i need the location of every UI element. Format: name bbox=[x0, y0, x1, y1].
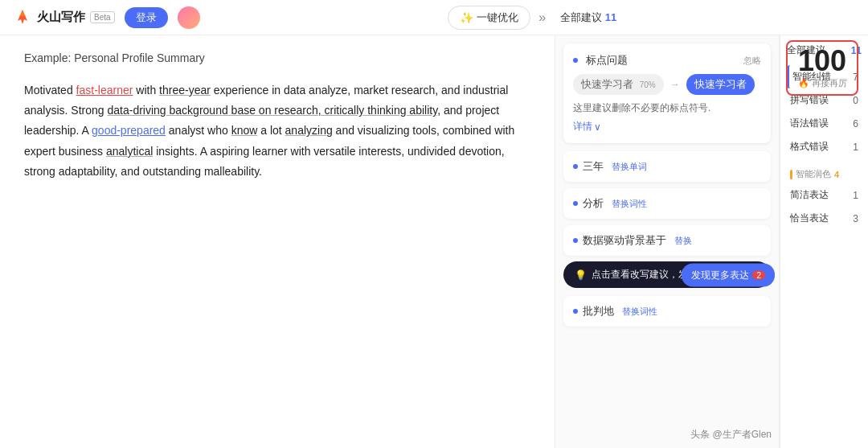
sidebar-item-count: 0 bbox=[853, 95, 858, 106]
login-button[interactable]: 登录 bbox=[125, 7, 168, 28]
sidebar-item-appropriate[interactable]: 恰当表达 3 bbox=[787, 207, 862, 230]
sidebar-item-concise[interactable]: 简洁表达 1 bbox=[787, 183, 862, 207]
main-layout: Example: Personal Profile Summary Motiva… bbox=[0, 35, 868, 448]
sidebar-item-count: 3 bbox=[853, 213, 858, 224]
highlight-fast-learner: fast-learner bbox=[76, 84, 133, 97]
small-card-tag[interactable]: 替换单词 bbox=[612, 161, 647, 173]
discover-btn[interactable]: 发现更多表达 2 bbox=[682, 263, 775, 286]
doc-title: Example: Personal Profile Summary bbox=[24, 51, 530, 64]
underline-know: know bbox=[231, 124, 258, 137]
card-title-text: 标点问题 bbox=[586, 53, 628, 68]
sidebar-item-count: 1 bbox=[853, 142, 858, 153]
section-label: 智能润色 bbox=[796, 168, 831, 180]
right-sidebar: 全部建议 11 智能纠错 7 拼写错误 0 语法错误 6 格式错误 1 智能润色… bbox=[780, 35, 868, 448]
discover-badge: 2 bbox=[752, 270, 765, 279]
logo-area: 火山写作 Beta bbox=[13, 8, 115, 27]
sidebar-item-label: 语法错误 bbox=[790, 117, 829, 130]
optimize-icon: ✨ bbox=[460, 11, 473, 24]
small-card-label4: 批判地 bbox=[583, 304, 614, 319]
sidebar-item-count: 6 bbox=[853, 118, 858, 129]
small-card-tag2[interactable]: 替换词性 bbox=[612, 198, 647, 210]
section-count: 4 bbox=[834, 170, 839, 179]
sidebar-item-label: 恰当表达 bbox=[790, 212, 829, 225]
suggestion-card-analysis[interactable]: 分析 替换词性 bbox=[563, 188, 771, 219]
suggestion-card-punctuation: 标点问题 忽略 快速学习者 70% → 快速学习者 这里建议删除不必要的标点符号… bbox=[563, 43, 771, 143]
suggestion-card-data-driving[interactable]: 数据驱动背景基于 替换 💡 点击查看改写建议，发现更多表达 发现更多表达 2 bbox=[563, 225, 771, 256]
sidebar-item-grammar[interactable]: 语法错误 6 bbox=[787, 112, 862, 135]
word-new: 快速学习者 bbox=[686, 74, 755, 95]
tooltip-bar: 💡 点击查看改写建议，发现更多表达 发现更多表达 2 bbox=[563, 261, 771, 288]
small-card-label3: 数据驱动背景基于 bbox=[583, 233, 666, 248]
sidebar-section-polish: 智能润色 4 简洁表达 1 恰当表达 3 bbox=[787, 165, 862, 230]
middle-panel: 标点问题 忽略 快速学习者 70% → 快速学习者 这里建议删除不必要的标点符号… bbox=[555, 35, 780, 448]
sidebar-item-format[interactable]: 格式错误 1 bbox=[787, 135, 862, 158]
card-detail-btn[interactable]: 详情 ∨ bbox=[573, 120, 761, 134]
card-header: 标点问题 忽略 bbox=[573, 53, 761, 68]
card-dot bbox=[573, 58, 578, 63]
word-arrow: → bbox=[670, 79, 680, 90]
score-sub-text: 再接再厉 bbox=[812, 77, 847, 89]
tooltip-icon: 💡 bbox=[575, 269, 587, 281]
underline-analytical: analytical bbox=[106, 145, 153, 158]
optimize-button[interactable]: ✨ 一键优化 bbox=[448, 6, 530, 30]
suggestion-card-three-year[interactable]: 三年 替换单词 bbox=[563, 151, 771, 182]
optimize-label: 一键优化 bbox=[477, 10, 518, 25]
small-card-dot bbox=[573, 164, 578, 169]
editor-area: Example: Personal Profile Summary Motiva… bbox=[0, 35, 555, 448]
sidebar-item-label: 简洁表达 bbox=[790, 188, 829, 202]
small-card-label2: 分析 bbox=[583, 196, 604, 211]
small-card-dot3 bbox=[573, 238, 578, 243]
word-comparison: 快速学习者 70% → 快速学习者 bbox=[573, 74, 761, 95]
small-card-label: 三年 bbox=[583, 159, 604, 174]
small-card-tag3[interactable]: 替换 bbox=[674, 235, 692, 247]
section-bar bbox=[790, 170, 792, 179]
score-box: 100 🔥 再接再厉 bbox=[786, 40, 858, 96]
small-card-dot2 bbox=[573, 201, 578, 206]
sidebar-item-label: 格式错误 bbox=[790, 140, 829, 154]
avatar-button[interactable] bbox=[178, 6, 200, 29]
beta-badge: Beta bbox=[90, 11, 115, 23]
score-number: 100 bbox=[796, 47, 849, 76]
doc-body: Motivated fast-learner with three-year e… bbox=[24, 80, 530, 182]
sidebar-section-title: 智能润色 4 bbox=[787, 165, 862, 183]
underline-data-driving: data-driving background base on research… bbox=[108, 104, 438, 117]
card-note: 这里建议删除不必要的标点符号. bbox=[573, 101, 761, 115]
topbar-center: ✨ 一键优化 » 全部建议 11 bbox=[210, 6, 855, 30]
small-card-tag4[interactable]: 替换词性 bbox=[622, 306, 657, 318]
more-button[interactable]: » bbox=[538, 10, 546, 25]
underline-three-year: three-year bbox=[159, 84, 211, 97]
word-original: 快速学习者 70% bbox=[573, 74, 664, 95]
sidebar-item-count: 1 bbox=[853, 190, 858, 201]
small-card-dot4 bbox=[573, 309, 578, 314]
score-icon: 🔥 bbox=[798, 78, 809, 88]
logo-text: 火山写作 bbox=[37, 10, 85, 25]
highlight-good-prepared: good-prepared bbox=[92, 124, 166, 137]
watermark: 头条 @生产者Glen bbox=[690, 428, 772, 442]
score-subtitle: 🔥 再接再厉 bbox=[796, 77, 849, 89]
suggestion-card-critically[interactable]: 批判地 替换词性 bbox=[563, 296, 771, 327]
suggestion-count-label: 全部建议 11 bbox=[560, 10, 616, 25]
card-title: 标点问题 bbox=[573, 53, 628, 68]
card-ignore-btn[interactable]: 忽略 bbox=[743, 55, 761, 67]
logo-icon bbox=[13, 8, 32, 27]
underline-analyzing: analyzing bbox=[285, 124, 333, 137]
topbar: 火山写作 Beta 登录 ✨ 一键优化 » 全部建议 11 bbox=[0, 0, 868, 35]
